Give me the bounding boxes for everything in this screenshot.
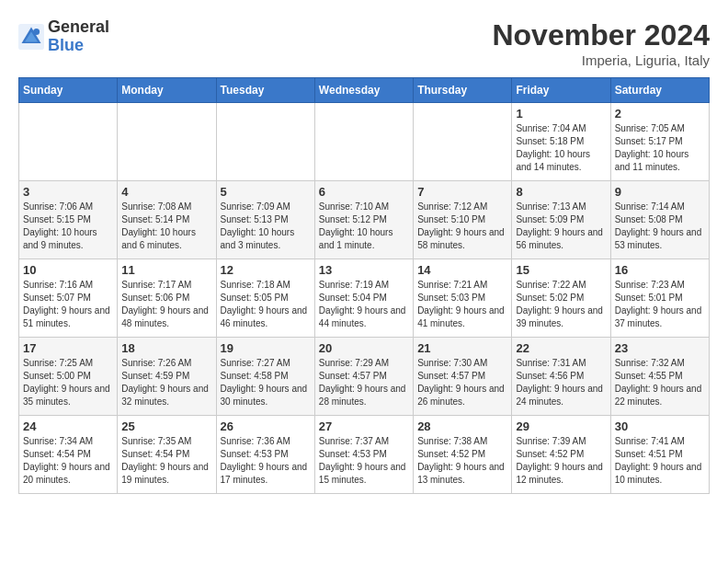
day-info: Sunrise: 7:17 AMSunset: 5:06 PMDaylight:… xyxy=(121,279,211,330)
logo-line2: Blue xyxy=(48,37,109,55)
day-info: Sunrise: 7:32 AMSunset: 4:55 PMDaylight:… xyxy=(615,357,705,408)
day-number: 19 xyxy=(221,341,311,355)
calendar-day-cell: 24Sunrise: 7:34 AMSunset: 4:54 PMDayligh… xyxy=(19,416,118,494)
day-number: 17 xyxy=(23,341,113,355)
day-number: 9 xyxy=(615,185,705,199)
day-info: Sunrise: 7:37 AMSunset: 4:53 PMDaylight:… xyxy=(319,435,409,487)
day-number: 16 xyxy=(615,263,705,277)
calendar-day-cell: 29Sunrise: 7:39 AMSunset: 4:52 PMDayligh… xyxy=(512,416,610,494)
day-info: Sunrise: 7:14 AMSunset: 5:08 PMDaylight:… xyxy=(615,201,705,252)
page-header: General Blue November 2024 Imperia, Ligu… xyxy=(18,18,710,68)
calendar-header-cell: Wednesday xyxy=(314,78,413,103)
day-info: Sunrise: 7:34 AMSunset: 4:54 PMDaylight:… xyxy=(23,435,113,487)
day-number: 27 xyxy=(319,419,409,433)
calendar-header-cell: Monday xyxy=(118,78,216,103)
calendar-day-cell: 18Sunrise: 7:26 AMSunset: 4:59 PMDayligh… xyxy=(118,338,216,416)
day-number: 6 xyxy=(319,185,409,199)
day-info: Sunrise: 7:06 AMSunset: 5:15 PMDaylight:… xyxy=(23,201,113,252)
logo-icon xyxy=(18,24,44,50)
day-number: 18 xyxy=(121,341,211,355)
calendar-day-cell: 21Sunrise: 7:30 AMSunset: 4:57 PMDayligh… xyxy=(414,338,512,416)
calendar-day-cell: 22Sunrise: 7:31 AMSunset: 4:56 PMDayligh… xyxy=(512,338,610,416)
calendar-day-cell: 12Sunrise: 7:18 AMSunset: 5:05 PMDayligh… xyxy=(216,259,314,338)
calendar-day-cell: 3Sunrise: 7:06 AMSunset: 5:15 PMDaylight… xyxy=(19,181,118,259)
day-number: 21 xyxy=(417,341,507,355)
calendar-week-row: 3Sunrise: 7:06 AMSunset: 5:15 PMDaylight… xyxy=(19,181,710,259)
day-info: Sunrise: 7:19 AMSunset: 5:04 PMDaylight:… xyxy=(319,279,409,330)
calendar-day-cell: 11Sunrise: 7:17 AMSunset: 5:06 PMDayligh… xyxy=(118,259,216,338)
calendar-header-row: SundayMondayTuesdayWednesdayThursdayFrid… xyxy=(19,78,710,103)
calendar-day-cell: 13Sunrise: 7:19 AMSunset: 5:04 PMDayligh… xyxy=(314,259,413,338)
day-info: Sunrise: 7:39 AMSunset: 4:52 PMDaylight:… xyxy=(516,435,606,487)
day-number: 5 xyxy=(221,185,311,199)
day-number: 13 xyxy=(319,263,409,277)
calendar-day-cell xyxy=(118,103,216,181)
day-info: Sunrise: 7:41 AMSunset: 4:51 PMDaylight:… xyxy=(615,435,705,487)
day-number: 4 xyxy=(121,185,211,199)
calendar-day-cell: 7Sunrise: 7:12 AMSunset: 5:10 PMDaylight… xyxy=(414,181,512,259)
day-info: Sunrise: 7:12 AMSunset: 5:10 PMDaylight:… xyxy=(417,201,507,252)
calendar-day-cell: 26Sunrise: 7:36 AMSunset: 4:53 PMDayligh… xyxy=(216,416,314,494)
day-info: Sunrise: 7:21 AMSunset: 5:03 PMDaylight:… xyxy=(417,279,507,330)
day-info: Sunrise: 7:05 AMSunset: 5:17 PMDaylight:… xyxy=(615,122,705,174)
day-number: 10 xyxy=(23,263,113,277)
day-number: 8 xyxy=(516,185,606,199)
calendar-header-cell: Saturday xyxy=(610,78,709,103)
calendar-day-cell: 17Sunrise: 7:25 AMSunset: 5:00 PMDayligh… xyxy=(19,338,118,416)
calendar-table: SundayMondayTuesdayWednesdayThursdayFrid… xyxy=(18,77,710,494)
calendar-day-cell: 25Sunrise: 7:35 AMSunset: 4:54 PMDayligh… xyxy=(118,416,216,494)
calendar-header-cell: Sunday xyxy=(19,78,118,103)
day-number: 12 xyxy=(221,263,311,277)
day-number: 23 xyxy=(615,341,705,355)
day-number: 11 xyxy=(121,263,211,277)
day-number: 2 xyxy=(615,107,705,121)
day-number: 24 xyxy=(23,419,113,433)
calendar-day-cell: 16Sunrise: 7:23 AMSunset: 5:01 PMDayligh… xyxy=(610,259,709,338)
month-title: November 2024 xyxy=(492,18,710,52)
day-info: Sunrise: 7:31 AMSunset: 4:56 PMDaylight:… xyxy=(516,357,606,408)
calendar-week-row: 17Sunrise: 7:25 AMSunset: 5:00 PMDayligh… xyxy=(19,338,710,416)
day-info: Sunrise: 7:27 AMSunset: 4:58 PMDaylight:… xyxy=(221,357,311,408)
calendar-week-row: 10Sunrise: 7:16 AMSunset: 5:07 PMDayligh… xyxy=(19,259,710,338)
title-block: November 2024 Imperia, Liguria, Italy xyxy=(492,18,710,68)
calendar-header-cell: Friday xyxy=(512,78,610,103)
day-number: 20 xyxy=(319,341,409,355)
day-number: 14 xyxy=(417,263,507,277)
day-number: 22 xyxy=(516,341,606,355)
calendar-week-row: 24Sunrise: 7:34 AMSunset: 4:54 PMDayligh… xyxy=(19,416,710,494)
day-info: Sunrise: 7:13 AMSunset: 5:09 PMDaylight:… xyxy=(516,201,606,252)
day-info: Sunrise: 7:36 AMSunset: 4:53 PMDaylight:… xyxy=(221,435,311,487)
day-number: 7 xyxy=(417,185,507,199)
calendar-day-cell: 1Sunrise: 7:04 AMSunset: 5:18 PMDaylight… xyxy=(512,103,610,181)
day-number: 29 xyxy=(516,419,606,433)
day-number: 30 xyxy=(615,419,705,433)
calendar-day-cell: 6Sunrise: 7:10 AMSunset: 5:12 PMDaylight… xyxy=(314,181,413,259)
day-number: 26 xyxy=(221,419,311,433)
day-number: 28 xyxy=(417,419,507,433)
day-number: 25 xyxy=(121,419,211,433)
day-info: Sunrise: 7:10 AMSunset: 5:12 PMDaylight:… xyxy=(319,201,409,252)
day-info: Sunrise: 7:30 AMSunset: 4:57 PMDaylight:… xyxy=(417,357,507,408)
day-info: Sunrise: 7:25 AMSunset: 5:00 PMDaylight:… xyxy=(23,357,113,408)
calendar-day-cell: 5Sunrise: 7:09 AMSunset: 5:13 PMDaylight… xyxy=(216,181,314,259)
calendar-day-cell: 9Sunrise: 7:14 AMSunset: 5:08 PMDaylight… xyxy=(610,181,709,259)
day-info: Sunrise: 7:23 AMSunset: 5:01 PMDaylight:… xyxy=(615,279,705,330)
calendar-header-cell: Thursday xyxy=(414,78,512,103)
calendar-day-cell xyxy=(314,103,413,181)
calendar-day-cell: 4Sunrise: 7:08 AMSunset: 5:14 PMDaylight… xyxy=(118,181,216,259)
day-info: Sunrise: 7:38 AMSunset: 4:52 PMDaylight:… xyxy=(417,435,507,487)
svg-point-3 xyxy=(33,29,40,35)
calendar-day-cell xyxy=(414,103,512,181)
day-info: Sunrise: 7:22 AMSunset: 5:02 PMDaylight:… xyxy=(516,279,606,330)
logo: General Blue xyxy=(18,18,109,55)
day-info: Sunrise: 7:04 AMSunset: 5:18 PMDaylight:… xyxy=(516,122,606,174)
calendar-day-cell: 19Sunrise: 7:27 AMSunset: 4:58 PMDayligh… xyxy=(216,338,314,416)
calendar-day-cell: 20Sunrise: 7:29 AMSunset: 4:57 PMDayligh… xyxy=(314,338,413,416)
calendar-day-cell xyxy=(19,103,118,181)
calendar-day-cell: 10Sunrise: 7:16 AMSunset: 5:07 PMDayligh… xyxy=(19,259,118,338)
location: Imperia, Liguria, Italy xyxy=(492,52,710,68)
day-info: Sunrise: 7:35 AMSunset: 4:54 PMDaylight:… xyxy=(121,435,211,487)
day-number: 15 xyxy=(516,263,606,277)
day-info: Sunrise: 7:18 AMSunset: 5:05 PMDaylight:… xyxy=(221,279,311,330)
day-number: 3 xyxy=(23,185,113,199)
